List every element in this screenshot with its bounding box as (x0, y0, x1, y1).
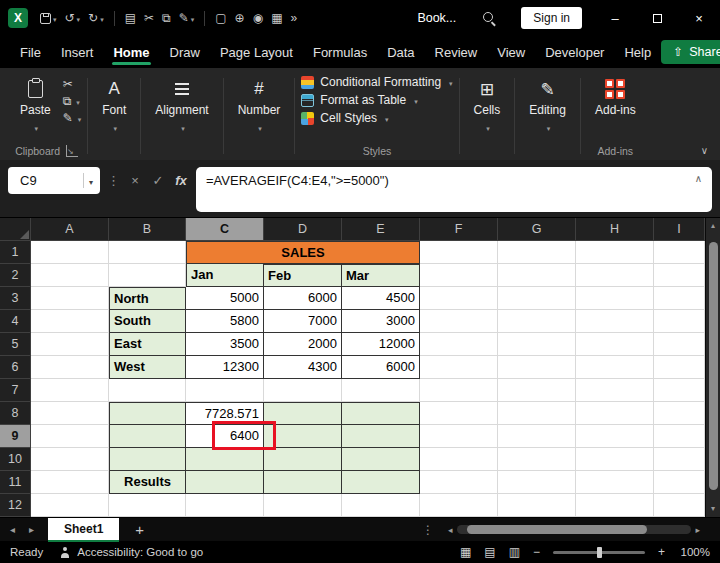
cell-H12[interactable] (576, 494, 654, 517)
menu-tab-help[interactable]: Help (614, 36, 661, 68)
format-painter-icon[interactable]: ✎ (63, 112, 82, 124)
cell-F3[interactable] (420, 287, 498, 310)
formula-input[interactable]: =AVERAGEIF(C4:E4,">=5000") ∧ (196, 167, 712, 212)
row-header-3[interactable]: 3 (0, 287, 31, 310)
cell-C3[interactable]: 5000 (186, 287, 264, 310)
menu-tab-page-layout[interactable]: Page Layout (210, 36, 303, 68)
scroll-up-icon[interactable]: ▴ (706, 218, 720, 234)
cell-H3[interactable] (576, 287, 654, 310)
new-file-icon[interactable]: ▢ (215, 12, 226, 24)
editing-button[interactable]: ✎ Editing (521, 72, 574, 134)
cell-E9[interactable] (342, 425, 420, 448)
cell-styles-button[interactable]: Cell Styles (301, 111, 452, 125)
cell-G4[interactable] (498, 310, 576, 333)
clipboard-dialog-launcher-icon[interactable]: ↘ (66, 145, 78, 157)
row-header-11[interactable]: 11 (0, 471, 31, 494)
camera-icon[interactable]: ◉ (253, 12, 263, 24)
cell-D4[interactable]: 7000 (264, 310, 342, 333)
cell-D3[interactable]: 6000 (264, 287, 342, 310)
cell-C7[interactable] (186, 379, 264, 402)
cell-A12[interactable] (31, 494, 109, 517)
cell-G1[interactable] (498, 241, 576, 264)
cell-E6[interactable]: 6000 (342, 356, 420, 379)
redo-icon[interactable]: ↻ (88, 11, 104, 25)
row-header-2[interactable]: 2 (0, 264, 31, 287)
row-header-12[interactable]: 12 (0, 494, 31, 517)
cell-H2[interactable] (576, 264, 654, 287)
cell-H10[interactable] (576, 448, 654, 471)
cell-C2[interactable]: Jan (186, 264, 264, 287)
column-header-F[interactable]: F (420, 218, 498, 241)
formula-bar-options-icon[interactable]: ⋮ (107, 173, 120, 188)
next-sheet-icon[interactable]: ▸ (25, 524, 38, 535)
cell-B2[interactable] (109, 264, 186, 287)
cell-E4[interactable]: 3000 (342, 310, 420, 333)
copy-icon[interactable]: ⧉ (63, 95, 82, 107)
cell-I3[interactable] (654, 287, 705, 310)
cell-C4[interactable]: 5800 (186, 310, 264, 333)
menu-tab-file[interactable]: File (10, 36, 51, 68)
cell-B3[interactable]: North (109, 287, 186, 310)
cell-C12[interactable] (186, 494, 264, 517)
cell-E7[interactable] (342, 379, 420, 402)
menu-tab-draw[interactable]: Draw (160, 36, 210, 68)
cell-F7[interactable] (420, 379, 498, 402)
cell-F4[interactable] (420, 310, 498, 333)
cancel-icon[interactable]: × (127, 173, 143, 188)
cell-C6[interactable]: 12300 (186, 356, 264, 379)
horizontal-scrollbar-track[interactable] (457, 525, 692, 534)
cell-A7[interactable] (31, 379, 109, 402)
cell-F11[interactable] (420, 471, 498, 494)
share-button[interactable]: ⇧ Share (661, 40, 720, 64)
cell-E3[interactable]: 4500 (342, 287, 420, 310)
column-header-B[interactable]: B (109, 218, 186, 241)
page-layout-view-icon[interactable]: ▤ (484, 545, 495, 559)
cell-G6[interactable] (498, 356, 576, 379)
cell-G9[interactable] (498, 425, 576, 448)
row-header-8[interactable]: 8 (0, 402, 31, 425)
cell-B5[interactable]: East (109, 333, 186, 356)
cell-D7[interactable] (264, 379, 342, 402)
chevron-down-icon[interactable] (89, 173, 93, 188)
maximize-button[interactable] (636, 0, 678, 36)
save-icon[interactable] (40, 11, 57, 25)
more-sheets-icon[interactable]: ⋮ (422, 523, 434, 537)
cell-I4[interactable] (654, 310, 705, 333)
cell-B11[interactable]: Results (109, 471, 186, 494)
cell-E11[interactable] (342, 471, 420, 494)
cell-B1[interactable] (109, 241, 186, 264)
cell-D12[interactable] (264, 494, 342, 517)
column-header-C[interactable]: C (186, 218, 264, 241)
format-as-table-button[interactable]: Format as Table (301, 93, 452, 107)
row-header-7[interactable]: 7 (0, 379, 31, 402)
addins-button[interactable]: Add-ins (587, 72, 644, 117)
cell-I1[interactable] (654, 241, 705, 264)
zoom-slider[interactable] (553, 551, 645, 554)
insert-icon[interactable]: ⊕ (235, 12, 245, 24)
cell-C1[interactable]: SALES (186, 241, 420, 264)
cell-B4[interactable]: South (109, 310, 186, 333)
cell-H1[interactable] (576, 241, 654, 264)
column-header-I[interactable]: I (654, 218, 705, 241)
vertical-scrollbar-thumb[interactable] (709, 242, 718, 490)
cell-A6[interactable] (31, 356, 109, 379)
cell-C5[interactable]: 3500 (186, 333, 264, 356)
cell-F6[interactable] (420, 356, 498, 379)
copy-icon[interactable]: ⧉ (162, 12, 171, 24)
menu-tab-home[interactable]: Home (103, 36, 159, 68)
cell-E8[interactable] (342, 402, 420, 425)
more-commands-icon[interactable]: » (290, 12, 297, 24)
cell-B10[interactable] (109, 448, 186, 471)
cell-C10[interactable] (186, 448, 264, 471)
horizontal-scrollbar[interactable]: ◂ ▸ (448, 525, 700, 535)
collapse-formula-bar-icon[interactable]: ∧ (695, 173, 702, 184)
zoom-slider-thumb[interactable] (597, 547, 602, 558)
cell-H11[interactable] (576, 471, 654, 494)
cell-E2[interactable]: Mar (342, 264, 420, 287)
grid-icon[interactable]: ▦ (271, 12, 282, 24)
cut-icon[interactable]: ✂ (144, 12, 154, 24)
cell-H9[interactable] (576, 425, 654, 448)
row-header-10[interactable]: 10 (0, 448, 31, 471)
cell-B8[interactable] (109, 402, 186, 425)
cell-F5[interactable] (420, 333, 498, 356)
